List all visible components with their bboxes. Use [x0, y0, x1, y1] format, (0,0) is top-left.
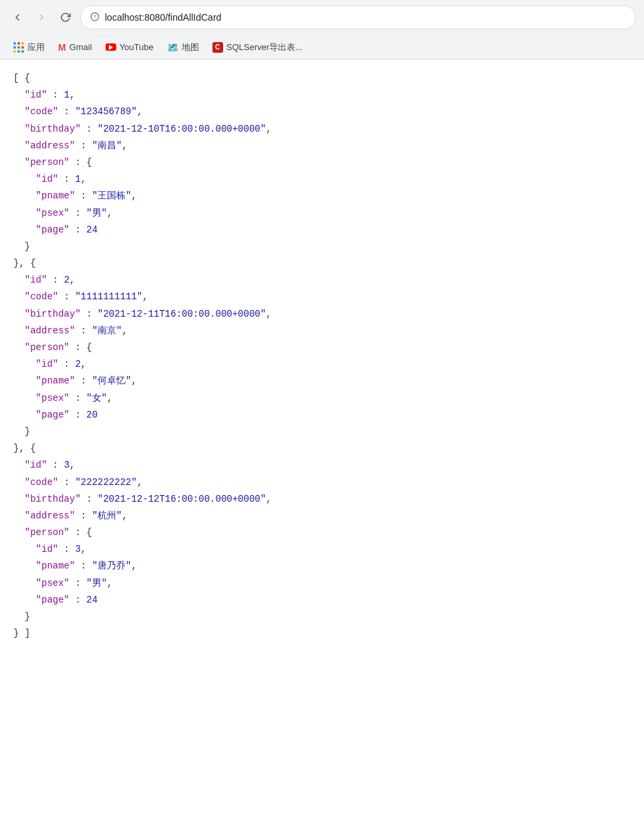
maps-icon: 🗺️ [167, 42, 178, 53]
json-line: } ] [13, 625, 631, 642]
bookmark-maps-label: 地图 [182, 41, 199, 53]
json-line: "pname" : "唐乃乔", [13, 558, 631, 575]
bookmark-maps[interactable]: 🗺️ 地图 [162, 39, 204, 56]
json-line: "person" : { [13, 524, 631, 541]
json-line: "id" : 1, [13, 171, 631, 188]
sqlserver-icon: C [212, 42, 223, 53]
json-line: "address" : "杭州", [13, 508, 631, 524]
json-line: "psex" : "男", [13, 205, 631, 222]
bookmark-youtube[interactable]: YouTube [100, 39, 159, 55]
json-line: } [13, 424, 631, 440]
apps-grid-icon [13, 42, 24, 53]
bookmark-gmail-label: Gmail [69, 42, 92, 52]
json-line: "address" : "南京", [13, 323, 631, 339]
json-line: "id" : 2, [13, 356, 631, 373]
json-line: "pname" : "何卓忆", [13, 373, 631, 389]
json-line: "birthday" : "2021-12-11T16:00:00.000+00… [13, 306, 631, 323]
json-line: "page" : 24 [13, 222, 631, 238]
json-line: "birthday" : "2021-12-10T16:00:00.000+00… [13, 121, 631, 138]
json-line: "code" : "222222222", [13, 474, 631, 491]
json-line: "id" : 3, [13, 541, 631, 558]
bookmark-youtube-label: YouTube [120, 42, 154, 52]
json-line: "person" : { [13, 154, 631, 171]
bookmark-gmail[interactable]: M Gmail [53, 39, 98, 55]
youtube-icon [106, 43, 116, 51]
json-line: "page" : 24 [13, 592, 631, 609]
reload-button[interactable] [56, 8, 75, 27]
json-line: "id" : 2, [13, 272, 631, 289]
json-line: "id" : 1, [13, 87, 631, 104]
url-text: localhost:8080/findAllIdCard [105, 12, 221, 23]
json-line: "psex" : "男", [13, 575, 631, 592]
address-bar[interactable]: localhost:8080/findAllIdCard [80, 5, 636, 29]
bookmark-apps-label: 应用 [27, 41, 45, 53]
json-line: }, { [13, 255, 631, 272]
bookmark-apps[interactable]: 应用 [8, 39, 50, 56]
json-line: } [13, 238, 631, 255]
json-line: "birthday" : "2021-12-12T16:00:00.000+00… [13, 491, 631, 508]
forward-button[interactable] [32, 8, 51, 27]
bookmark-sqlserver-label: SQLServer导出表... [226, 41, 303, 53]
back-button[interactable] [8, 8, 27, 27]
json-line: "page" : 20 [13, 407, 631, 424]
json-line: "person" : { [13, 339, 631, 356]
nav-bar: localhost:8080/findAllIdCard [0, 0, 644, 35]
json-line: "id" : 3, [13, 457, 631, 474]
json-line: "code" : "1111111111", [13, 289, 631, 305]
bookmark-sqlserver[interactable]: C SQLServer导出表... [207, 39, 308, 56]
json-content: [ { "id" : 1, "code" : "123456789", "bir… [0, 59, 644, 653]
json-line: "pname" : "王国栋", [13, 188, 631, 204]
bookmarks-bar: 应用 M Gmail YouTube 🗺️ 地图 C SQLServer导出表.… [0, 35, 644, 59]
json-line: }, { [13, 440, 631, 457]
json-line: [ { [13, 70, 631, 87]
json-line: "code" : "123456789", [13, 104, 631, 120]
json-line: } [13, 609, 631, 625]
info-icon [90, 12, 100, 23]
browser-chrome: localhost:8080/findAllIdCard 应用 M Gmail [0, 0, 644, 59]
gmail-icon: M [58, 42, 66, 53]
json-line: "psex" : "女", [13, 390, 631, 407]
json-line: "address" : "南昌", [13, 138, 631, 154]
